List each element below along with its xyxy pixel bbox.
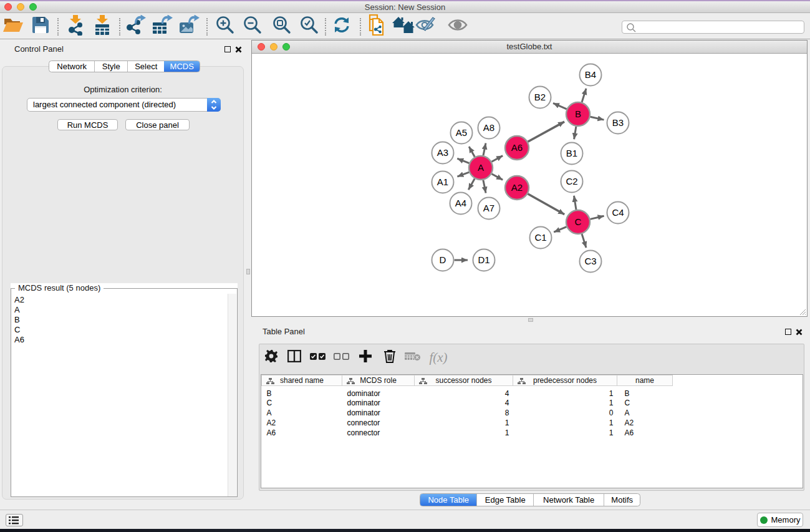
svg-text:C: C: [575, 216, 582, 227]
svg-text:B: B: [575, 109, 581, 119]
svg-text:A3: A3: [437, 147, 448, 158]
svg-text:D1: D1: [478, 254, 489, 265]
svg-text:A4: A4: [455, 198, 466, 208]
svg-text:A5: A5: [456, 127, 467, 138]
svg-text:C4: C4: [612, 207, 624, 218]
svg-text:B2: B2: [534, 92, 546, 102]
svg-text:C2: C2: [566, 176, 577, 186]
svg-text:A8: A8: [483, 122, 494, 133]
svg-text:B4: B4: [585, 69, 596, 80]
svg-text:A: A: [478, 162, 484, 173]
svg-text:B3: B3: [612, 117, 624, 128]
svg-text:A1: A1: [437, 177, 448, 187]
svg-text:B1: B1: [566, 148, 577, 158]
svg-text:A6: A6: [511, 142, 523, 153]
svg-text:A7: A7: [483, 203, 494, 213]
svg-text:C1: C1: [534, 232, 546, 243]
svg-text:C3: C3: [584, 256, 596, 266]
svg-text:D: D: [440, 254, 446, 265]
svg-text:A2: A2: [511, 182, 523, 193]
